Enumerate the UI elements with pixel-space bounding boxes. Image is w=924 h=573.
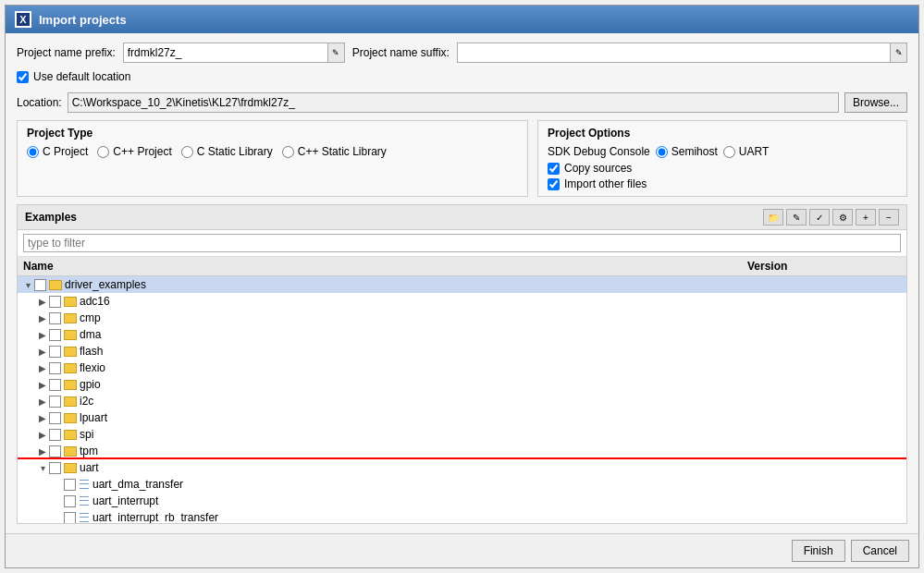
import-projects-dialog: X Import projects Project name prefix: ✎… [5,5,919,568]
dialog-title: Import projects [39,13,127,27]
tree-item-flexio[interactable]: ▶ flexio [18,360,906,376]
checkbox-uart-dma-transfer[interactable] [64,479,76,491]
import-other-files-checkbox[interactable] [548,178,560,190]
radio-semihost[interactable]: Semihost [656,145,718,158]
project-type-title: Project Type [27,127,518,140]
radio-cpp-static-lib[interactable]: C++ Static Library [282,145,387,158]
expander-driver-examples[interactable]: ▾ [21,280,34,290]
project-name-row: Project name prefix: ✎ Project name suff… [17,43,907,63]
settings-toolbar-btn[interactable]: ⚙ [832,209,853,226]
tree-item-cmp[interactable]: ▶ cmp [18,310,906,326]
project-options-section: Project Options SDK Debug Console Semiho… [537,120,907,197]
tree-item-uart[interactable]: ▾ uart [18,459,906,476]
prefix-label: Project name prefix: [17,46,116,59]
filter-row [18,230,906,257]
project-type-options: C Project C++ Project C Static Library C… [27,145,518,158]
filter-input[interactable] [23,234,901,252]
dialog-content: Project name prefix: ✎ Project name suff… [6,33,918,533]
tree-item-uart-interrupt[interactable]: uart_interrupt [18,493,906,509]
check-toolbar-btn[interactable]: ✓ [809,209,830,226]
location-row: Location: Browse... [17,92,907,113]
tree-item-tpm[interactable]: ▶ tpm [18,443,906,459]
expander-adc16[interactable]: ▶ [36,297,49,307]
tree-item-gpio[interactable]: ▶ gpio [18,376,906,393]
tree-item-uart-dma-transfer[interactable]: uart_dma_transfer [18,476,906,493]
expander-tpm[interactable]: ▶ [36,446,49,457]
expander-i2c[interactable]: ▶ [36,396,49,407]
suffix-input[interactable] [458,43,890,62]
tree-item-spi[interactable]: ▶ spi [18,426,906,443]
file-lines-icon-uart-dma [79,479,90,491]
label-lpuart: lpuart [80,411,107,424]
checkbox-flexio[interactable] [49,362,61,374]
open-folder-toolbar-btn[interactable]: 📁 [763,209,783,226]
label-tpm: tpm [80,445,98,457]
label-spi: spi [80,428,93,441]
tree-item-flash[interactable]: ▶ flash [18,343,906,360]
location-input[interactable] [68,92,839,113]
location-label: Location: [17,96,62,109]
cancel-button[interactable]: Cancel [851,540,909,562]
edit-toolbar-btn[interactable]: ✎ [786,209,807,226]
dialog-buttons: Finish Cancel [6,533,918,567]
examples-toolbar: 📁 ✎ ✓ ⚙ + − [763,209,899,226]
label-uart-interrupt-rb-transfer: uart_interrupt_rb_transfer [92,511,218,523]
checkbox-flash[interactable] [49,346,61,358]
label-cmp: cmp [80,311,101,324]
col-version-header: Version [747,260,886,273]
checkbox-dma[interactable] [49,329,61,341]
tree-item-lpuart[interactable]: ▶ lpuart [18,409,906,426]
uart-group-outline: ▾ uart uart_dma_transfer [18,459,906,523]
expander-uart[interactable]: ▾ [36,463,49,473]
radio-c-project[interactable]: C Project [27,145,88,158]
suffix-clear-btn[interactable]: ✎ [890,43,906,62]
expander-flash[interactable]: ▶ [36,347,49,357]
tree-item-driver-examples[interactable]: ▾ driver_examples [18,276,906,293]
label-flash: flash [80,345,103,358]
folder-icon-lpuart [64,413,77,423]
tree-header: Name Version [18,257,906,276]
tree-container[interactable]: ▾ driver_examples ▶ adc16 ▶ [18,276,906,523]
radio-c-static-lib[interactable]: C Static Library [181,145,273,158]
import-other-files-label: Import other files [564,177,647,190]
file-lines-icon-uart-int [79,495,90,507]
checkbox-uart[interactable] [49,462,61,474]
expander-gpio[interactable]: ▶ [36,380,49,390]
use-default-location-checkbox[interactable] [17,71,29,83]
expander-lpuart[interactable]: ▶ [36,413,49,423]
tree-item-adc16[interactable]: ▶ adc16 [18,293,906,310]
checkbox-i2c[interactable] [49,396,61,408]
checkbox-driver-examples[interactable] [34,279,46,291]
checkbox-lpuart[interactable] [49,412,61,424]
checkbox-gpio[interactable] [49,379,61,391]
import-other-files-row: Import other files [548,177,897,190]
expander-spi[interactable]: ▶ [36,430,49,440]
label-gpio: gpio [80,378,101,391]
folder-icon-flexio [64,363,77,373]
expander-cmp[interactable]: ▶ [36,313,49,323]
browse-button[interactable]: Browse... [844,92,907,113]
tree-item-uart-interrupt-rb-transfer[interactable]: uart_interrupt_rb_transfer [18,509,906,523]
expander-flexio[interactable]: ▶ [36,363,49,373]
prefix-input[interactable] [124,43,327,62]
checkbox-cmp[interactable] [49,312,61,324]
tree-item-i2c[interactable]: ▶ i2c [18,393,906,409]
checkbox-uart-interrupt-rb-transfer[interactable] [64,512,76,524]
remove-toolbar-btn[interactable]: − [879,209,899,226]
checkbox-adc16[interactable] [49,296,61,308]
checkbox-uart-interrupt[interactable] [64,495,76,507]
folder-icon-dma [64,330,77,340]
checkbox-tpm[interactable] [49,445,61,457]
sdk-debug-console-label: SDK Debug Console [548,145,650,158]
tree-item-dma[interactable]: ▶ dma [18,326,906,343]
finish-button[interactable]: Finish [792,540,845,562]
label-flexio: flexio [80,361,105,374]
copy-sources-checkbox[interactable] [548,163,560,175]
checkbox-spi[interactable] [49,429,61,441]
add-toolbar-btn[interactable]: + [856,209,876,226]
radio-uart[interactable]: UART [723,145,769,158]
prefix-clear-btn[interactable]: ✎ [327,43,344,62]
expander-dma[interactable]: ▶ [36,330,49,340]
label-dma: dma [80,328,101,341]
radio-cpp-project[interactable]: C++ Project [97,145,171,158]
